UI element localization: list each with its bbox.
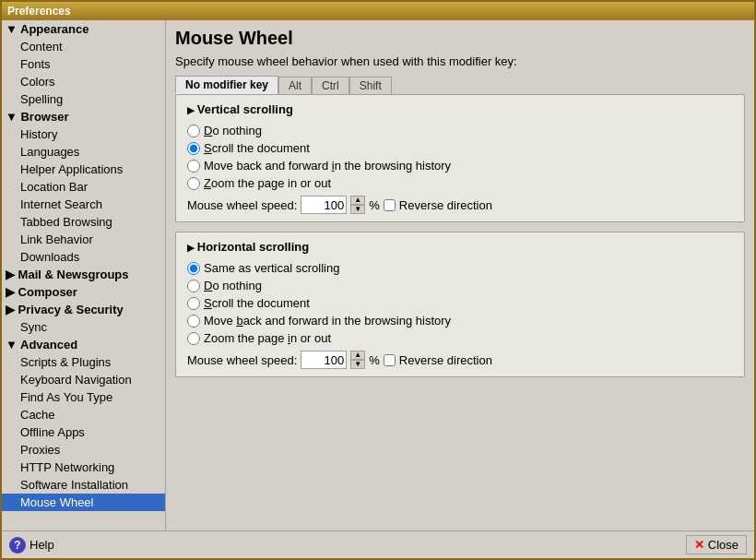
sidebar-item-colors[interactable]: Colors (2, 73, 165, 90)
sidebar-item-composer[interactable]: ▶ Composer (2, 283, 165, 301)
help-label: Help (30, 538, 54, 552)
vs-history-label: Move back and forward in the browsing hi… (204, 159, 451, 173)
hs-reverse-label: Reverse direction (399, 353, 492, 367)
horizontal-scrolling-section: Horizontal scrolling Same as vertical sc… (175, 232, 745, 377)
hs-history-radio[interactable] (187, 315, 200, 328)
tab-bar: No modifier key Alt Ctrl Shift (175, 76, 745, 94)
hs-nothing-radio[interactable] (187, 280, 200, 292)
hs-speed-down[interactable]: ▼ (350, 360, 365, 369)
vs-scroll-radio[interactable] (187, 142, 200, 155)
hs-nothing-row: Do nothing (187, 279, 733, 292)
sidebar-item-content[interactable]: Content (2, 38, 165, 55)
sidebar-item-keyboard-navigation[interactable]: Keyboard Navigation (2, 371, 165, 388)
sidebar-item-advanced[interactable]: ▼ Advanced (2, 336, 165, 353)
hs-speed-spinner: ▲ ▼ (350, 351, 365, 369)
tab-ctrl[interactable]: Ctrl (312, 77, 349, 94)
preferences-window: Preferences ▼ AppearanceContentFontsColo… (0, 0, 756, 560)
main-panel: Mouse Wheel Specify mouse wheel behavior… (166, 20, 754, 530)
vs-nothing-radio[interactable] (187, 125, 200, 137)
sidebar-item-link-behavior[interactable]: Link Behavior (2, 231, 165, 248)
hs-nothing-label: Do nothing (204, 279, 262, 292)
hs-scroll-row: Scroll the document (187, 296, 733, 310)
tab-alt[interactable]: Alt (278, 77, 312, 94)
sidebar-item-offline-apps[interactable]: Offline Apps (2, 423, 165, 441)
sidebar-item-spelling[interactable]: Spelling (2, 90, 165, 108)
vs-speed-spinner: ▲ ▼ (350, 196, 365, 214)
sidebar-item-proxies[interactable]: Proxies (2, 441, 165, 459)
hs-same-label: Same as vertical scrolling (204, 261, 339, 275)
sidebar-item-cache[interactable]: Cache (2, 406, 165, 423)
hs-speed-row: Mouse wheel speed: 100 ▲ ▼ % Reverse dir… (187, 351, 733, 369)
vs-speed-down[interactable]: ▼ (350, 205, 365, 214)
sidebar-item-fonts[interactable]: Fonts (2, 55, 165, 73)
hs-speed-unit: % (369, 353, 380, 367)
vs-zoom-radio[interactable] (187, 177, 200, 190)
window-title: Preferences (7, 5, 71, 18)
tab-no-modifier[interactable]: No modifier key (175, 76, 278, 94)
close-button[interactable]: ✕ Close (686, 535, 747, 554)
hs-reverse-checkbox[interactable] (384, 354, 396, 366)
sidebar-item-location-bar[interactable]: Location Bar (2, 178, 165, 196)
hs-speed-input[interactable]: 100 (301, 351, 347, 369)
vs-zoom-row: Zoom the page in or out (187, 176, 733, 190)
vs-reverse-checkbox[interactable] (384, 199, 396, 211)
hs-scroll-label: Scroll the document (204, 296, 310, 310)
sidebar-item-languages[interactable]: Languages (2, 143, 165, 161)
sidebar: ▼ AppearanceContentFontsColorsSpelling▼ … (2, 20, 166, 530)
sidebar-item-history[interactable]: History (2, 125, 165, 143)
hs-zoom-radio[interactable] (187, 332, 200, 345)
sidebar-item-downloads[interactable]: Downloads (2, 248, 165, 266)
hs-scroll-radio[interactable] (187, 297, 200, 310)
vs-scroll-row: Scroll the document (187, 141, 733, 155)
hs-speed-up[interactable]: ▲ (350, 351, 365, 360)
sidebar-item-http-networking[interactable]: HTTP Networking (2, 459, 165, 476)
vs-speed-input[interactable]: 100 (301, 196, 347, 214)
sidebar-item-browser[interactable]: ▼ Browser (2, 108, 165, 125)
close-icon: ✕ (694, 538, 704, 552)
vs-history-row: Move back and forward in the browsing hi… (187, 159, 733, 173)
vs-speed-label: Mouse wheel speed: (187, 198, 297, 212)
sidebar-item-sync[interactable]: Sync (2, 318, 165, 336)
horizontal-scrolling-title: Horizontal scrolling (187, 240, 733, 254)
sidebar-item-helper-applications[interactable]: Helper Applications (2, 161, 165, 178)
hs-history-label: Move back and forward in the browsing hi… (204, 314, 451, 328)
page-title: Mouse Wheel (175, 28, 745, 49)
sidebar-item-mail-newsgroups[interactable]: ▶ Mail & Newsgroups (2, 266, 165, 283)
vs-reverse-label: Reverse direction (399, 198, 492, 212)
sidebar-item-appearance[interactable]: ▼ Appearance (2, 20, 165, 38)
vs-speed-unit: % (369, 198, 380, 212)
help-icon: ? (9, 537, 26, 554)
sidebar-item-privacy-security[interactable]: ▶ Privacy & Security (2, 301, 165, 318)
vertical-scrolling-title: Vertical scrolling (187, 102, 733, 116)
vs-nothing-row: Do nothing (187, 124, 733, 137)
help-button[interactable]: ? Help (9, 537, 54, 554)
hs-zoom-row: Zoom the page in or out (187, 331, 733, 345)
sidebar-item-tabbed-browsing[interactable]: Tabbed Browsing (2, 213, 165, 231)
hs-same-row: Same as vertical scrolling (187, 261, 733, 275)
sidebar-item-internet-search[interactable]: Internet Search (2, 196, 165, 213)
bottom-bar: ? Help ✕ Close (2, 530, 754, 558)
vs-zoom-label: Zoom the page in or out (204, 176, 331, 190)
close-label: Close (708, 538, 738, 552)
sidebar-item-scripts-plugins[interactable]: Scripts & Plugins (2, 353, 165, 371)
content-area: ▼ AppearanceContentFontsColorsSpelling▼ … (2, 20, 754, 530)
tab-shift[interactable]: Shift (349, 77, 392, 94)
hs-same-radio[interactable] (187, 262, 200, 275)
page-subtitle: Specify mouse wheel behavior when used w… (175, 54, 745, 68)
title-bar: Preferences (2, 2, 754, 20)
vs-speed-up[interactable]: ▲ (350, 196, 365, 205)
vertical-scrolling-section: Vertical scrolling Do nothing Scroll the… (175, 94, 745, 222)
vs-scroll-label: Scroll the document (204, 141, 310, 155)
hs-zoom-label: Zoom the page in or out (204, 331, 331, 345)
vs-speed-row: Mouse wheel speed: 100 ▲ ▼ % Reverse dir… (187, 196, 733, 214)
sidebar-item-software-installation[interactable]: Software Installation (2, 476, 165, 494)
hs-history-row: Move back and forward in the browsing hi… (187, 314, 733, 328)
sidebar-item-mouse-wheel[interactable]: Mouse Wheel (2, 494, 165, 511)
vs-nothing-label: Do nothing (204, 124, 262, 137)
sidebar-item-find-as-you-type[interactable]: Find As You Type (2, 388, 165, 406)
hs-speed-label: Mouse wheel speed: (187, 353, 297, 367)
vs-history-radio[interactable] (187, 160, 200, 173)
